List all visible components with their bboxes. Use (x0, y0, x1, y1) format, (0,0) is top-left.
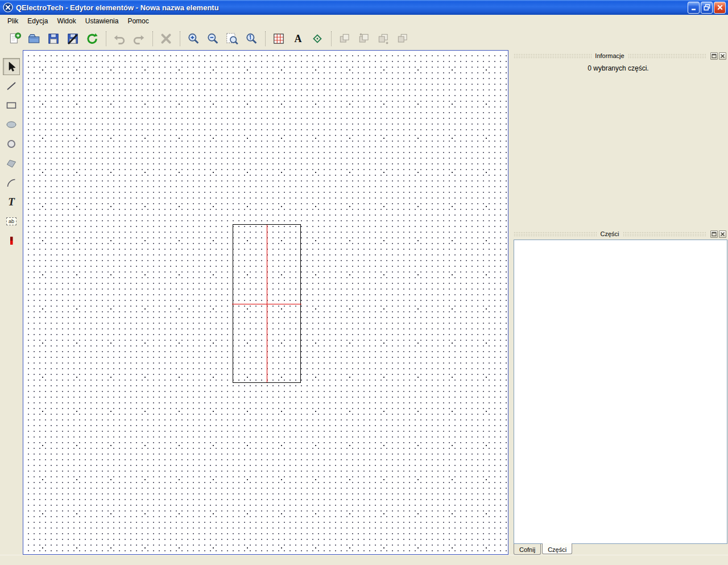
polygon-tool-button[interactable] (3, 155, 20, 172)
tab-czesci[interactable]: Części (542, 543, 572, 554)
circle-tool-button[interactable] (3, 135, 20, 152)
edit-orientations-icon (311, 32, 324, 46)
save-button[interactable] (44, 30, 63, 48)
informacje-close-button[interactable] (719, 52, 726, 60)
app-icon (3, 2, 13, 13)
arc-tool-button[interactable] (3, 174, 20, 191)
czesci-dock-title: Części (601, 230, 619, 237)
bring-forward-button (336, 30, 354, 48)
open-button[interactable] (25, 30, 43, 48)
reload-icon (85, 32, 99, 46)
minimize-icon (690, 4, 697, 11)
terminal-tool-button[interactable] (3, 232, 20, 249)
zoom-out-icon (206, 32, 220, 46)
close-dock-icon (720, 53, 725, 59)
czesci-close-button[interactable] (719, 230, 726, 238)
raise-button (355, 30, 373, 48)
raise-icon (357, 32, 371, 46)
toolbar-separator (331, 31, 332, 46)
statusbar (0, 555, 728, 565)
float-icon (712, 232, 717, 237)
dock-title-texture (514, 53, 592, 58)
send-backward-button (394, 30, 412, 48)
line-icon (5, 80, 18, 92)
zoom-in-button[interactable] (184, 30, 202, 48)
rectangle-tool-button[interactable] (3, 97, 20, 114)
ellipse-icon (5, 118, 18, 131)
toolbar-separator (106, 31, 107, 46)
edit-names-button[interactable]: A (289, 30, 307, 48)
restore-button[interactable] (701, 2, 713, 14)
app-window: QElectroTech - Edytor elementów - Nowa n… (0, 0, 728, 565)
edit-names-icon: A (295, 33, 302, 45)
zoom-fit-icon (225, 32, 239, 46)
dock-tabbar: Cofnij Części (508, 544, 728, 555)
parts-list[interactable] (514, 240, 727, 544)
text-field-icon: ab (6, 217, 16, 225)
close-icon (717, 4, 723, 11)
save-as-icon (66, 32, 80, 46)
dock-title-texture (628, 53, 706, 58)
minimize-button[interactable] (688, 2, 700, 14)
menu-ustawienia[interactable]: Ustawienia (81, 15, 123, 27)
ellipse-tool-button[interactable] (3, 116, 20, 133)
text-field-tool-button[interactable]: ab (3, 213, 20, 230)
rectangle-icon (5, 99, 18, 112)
terminal-icon (5, 234, 18, 247)
toolbar-separator (180, 31, 181, 46)
informacje-dock: Informacje 0 wybranych części. (508, 50, 728, 228)
arc-icon (5, 176, 18, 189)
reload-button[interactable] (83, 30, 101, 48)
select-tool-button[interactable] (3, 58, 20, 75)
open-icon (27, 32, 41, 46)
lower-button (374, 30, 392, 48)
menu-widok[interactable]: Widok (52, 15, 80, 27)
restore-icon (704, 4, 710, 11)
line-tool-button[interactable] (3, 77, 20, 94)
tool-palette: T ab (0, 50, 23, 555)
zoom-fit-button[interactable] (223, 30, 241, 48)
titlebar: QElectroTech - Edytor elementów - Nowa n… (0, 0, 728, 15)
tab-cofnij[interactable]: Cofnij (514, 544, 541, 555)
dock-area: Informacje 0 wybranych części. (508, 50, 728, 555)
edit-orientations-button[interactable] (308, 30, 326, 48)
redo-icon (132, 32, 146, 46)
menu-plik[interactable]: Plik (3, 15, 23, 27)
window-title: QElectroTech - Edytor elementów - Nowa n… (16, 3, 686, 12)
undo-button (110, 30, 129, 48)
delete-button (157, 30, 175, 48)
float-icon (712, 53, 717, 59)
element-outline[interactable] (233, 224, 301, 383)
zoom-reset-button[interactable] (242, 30, 260, 48)
selection-status: 0 wybranych części. (508, 60, 728, 72)
text-tool-button[interactable]: T (3, 193, 20, 211)
save-icon (47, 32, 60, 46)
czesci-dock-titlebar[interactable]: Części (508, 229, 728, 238)
close-button[interactable] (714, 2, 726, 14)
informacje-dock-titlebar[interactable]: Informacje (508, 51, 728, 60)
menu-edycja[interactable]: Edycja (23, 15, 52, 27)
toolbar-separator (152, 31, 154, 46)
toolbar-separator (265, 31, 266, 46)
toolbar: A (0, 27, 728, 50)
select-icon (5, 60, 18, 73)
menubar: Plik Edycja Widok Ustawienia Pomoc (0, 15, 728, 27)
hotspot-horizontal-line (232, 304, 301, 304)
text-icon: T (8, 196, 15, 208)
delete-icon (159, 32, 173, 46)
element-canvas[interactable] (23, 50, 508, 555)
czesci-dock: Części (508, 228, 728, 544)
new-element-button[interactable] (6, 30, 24, 48)
czesci-float-button[interactable] (710, 230, 718, 238)
send-backward-icon (396, 32, 410, 46)
new-element-icon (8, 32, 22, 46)
redo-button (130, 30, 148, 48)
save-as-button[interactable] (64, 30, 82, 48)
edit-dimensions-hotspot-button[interactable] (270, 30, 288, 48)
bring-forward-icon (338, 32, 351, 46)
polygon-icon (5, 157, 18, 170)
informacje-float-button[interactable] (710, 52, 718, 60)
zoom-out-button[interactable] (204, 30, 222, 48)
undo-icon (113, 32, 126, 46)
menu-pomoc[interactable]: Pomoc (123, 15, 153, 27)
